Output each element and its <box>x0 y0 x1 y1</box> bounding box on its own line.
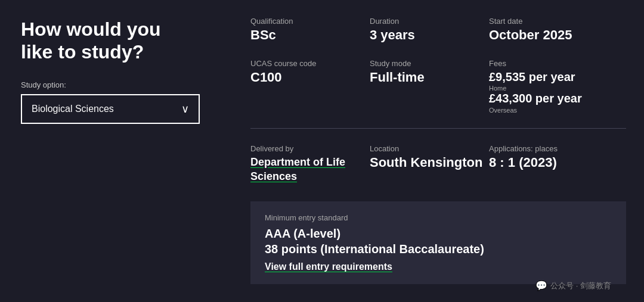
entry-line-2: 38 points (International Baccalaureate) <box>265 241 612 257</box>
page-heading: How would you like to study? <box>21 18 209 64</box>
delivered-by-cell: Delivered by Department of Life Sciences <box>250 139 370 195</box>
info-row-3: Delivered by Department of Life Sciences… <box>250 139 626 195</box>
left-panel: How would you like to study? Study optio… <box>0 0 227 302</box>
row-separator <box>250 128 626 129</box>
study-mode-value: Full-time <box>370 70 483 85</box>
fees-home-label: Home <box>489 85 620 92</box>
location-label: Location <box>370 144 483 153</box>
chevron-down-icon: ∨ <box>181 102 189 116</box>
fees-cell: Fees £9,535 per year Home £43,300 per ye… <box>489 54 626 126</box>
qualification-cell: Qualification BSc <box>250 12 370 54</box>
applications-label: Applications: places <box>489 144 620 153</box>
watermark-text: 公众号 · 剑藤教育 <box>550 281 611 291</box>
ucas-code-cell: UCAS course code C100 <box>250 54 370 126</box>
min-entry-label: Minimum entry standard <box>265 213 612 222</box>
ucas-code-value: C100 <box>250 70 364 85</box>
minimum-entry-box: Minimum entry standard AAA (A-level) 38 … <box>250 201 626 284</box>
location-value: South Kensington <box>370 155 483 170</box>
duration-cell: Duration 3 years <box>370 12 489 54</box>
right-panel: Qualification BSc Duration 3 years Start… <box>227 0 644 302</box>
fees-overseas-label: Overseas <box>489 107 620 114</box>
location-cell: Location South Kensington <box>370 139 489 195</box>
entry-line-1: AAA (A-level) <box>265 226 612 241</box>
applications-cell: Applications: places 8 : 1 (2023) <box>489 139 626 195</box>
info-row-1: Qualification BSc Duration 3 years Start… <box>250 12 626 54</box>
wechat-icon: 💬 <box>535 280 547 291</box>
dropdown-value: Biological Sciences <box>32 104 114 114</box>
duration-value: 3 years <box>370 28 483 42</box>
department-link[interactable]: Department of Life Sciences <box>250 155 364 183</box>
watermark: 💬 公众号 · 剑藤教育 <box>535 280 611 291</box>
qualification-value: BSc <box>250 28 364 42</box>
study-mode-label: Study mode <box>370 59 483 68</box>
study-option-label: Study option: <box>21 80 209 89</box>
fees-home-price: £9,535 per year <box>489 70 620 83</box>
start-date-cell: Start date October 2025 <box>489 12 626 54</box>
study-mode-cell: Study mode Full-time <box>370 54 489 126</box>
study-option-dropdown[interactable]: Biological Sciences ∨ <box>21 94 200 124</box>
ucas-code-label: UCAS course code <box>250 59 364 68</box>
start-date-label: Start date <box>489 17 620 26</box>
view-entry-requirements-link[interactable]: View full entry requirements <box>265 261 392 272</box>
applications-value: 8 : 1 (2023) <box>489 155 620 170</box>
fees-overseas-price: £43,300 per year <box>489 92 620 105</box>
info-row-2: UCAS course code C100 Study mode Full-ti… <box>250 54 626 126</box>
delivered-by-label: Delivered by <box>250 144 364 153</box>
start-date-value: October 2025 <box>489 28 620 42</box>
qualification-label: Qualification <box>250 17 364 26</box>
fees-label: Fees <box>489 59 620 68</box>
duration-label: Duration <box>370 17 483 26</box>
